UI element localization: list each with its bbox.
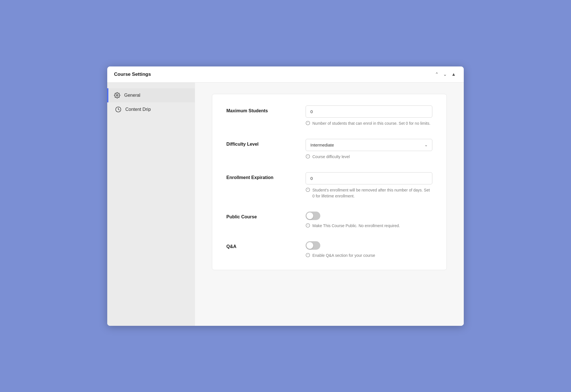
settings-section: Maximum Students Number of students that…	[212, 94, 447, 270]
svg-point-0	[116, 94, 118, 96]
info-icon-max-students	[306, 121, 310, 125]
sidebar-item-content-drip[interactable]: Content Drip	[107, 102, 195, 117]
toggle-thumb-public	[306, 212, 313, 219]
difficulty-select-wrapper: Beginner Intermediate Advanced Expert ⌄	[306, 139, 432, 151]
difficulty-level-row: Difficulty Level Beginner Intermediate A…	[226, 139, 432, 160]
difficulty-level-help: Course difficulty level	[306, 154, 432, 160]
public-course-label: Public Course	[226, 212, 306, 219]
toggle-thumb-qna	[306, 242, 313, 249]
window-title: Course Settings	[114, 72, 151, 77]
qna-help: Enable Q&A section for your course	[306, 253, 432, 259]
maximum-students-field: Number of students that can enrol in thi…	[306, 105, 432, 126]
info-icon-enrollment	[306, 188, 310, 192]
public-course-toggle-wrapper	[306, 212, 432, 220]
info-icon-qna	[306, 253, 310, 257]
difficulty-level-select[interactable]: Beginner Intermediate Advanced Expert	[306, 139, 432, 151]
sidebar-item-general[interactable]: General	[107, 88, 195, 102]
qna-toggle-wrapper	[306, 241, 432, 250]
public-course-row: Public Course	[226, 212, 432, 229]
info-icon-public-course	[306, 223, 310, 228]
window-header: Course Settings ⌃ ⌄ ▲	[107, 66, 464, 83]
qna-label: Q&A	[226, 241, 306, 249]
scroll-down-button[interactable]: ⌄	[442, 72, 448, 77]
course-settings-window: Course Settings ⌃ ⌄ ▲ General Cont	[107, 66, 464, 326]
clock-icon	[115, 106, 121, 113]
qna-row: Q&A	[226, 241, 432, 259]
enrollment-expiration-input[interactable]	[306, 172, 432, 184]
maximum-students-help: Number of students that can enrol in thi…	[306, 120, 432, 126]
qna-toggle[interactable]	[306, 241, 320, 250]
main-content: Maximum Students Number of students that…	[195, 83, 464, 326]
collapse-button[interactable]: ▲	[450, 72, 457, 77]
qna-field: Enable Q&A section for your course	[306, 241, 432, 259]
public-course-field: Make This Course Public. No enrollment r…	[306, 212, 432, 229]
info-icon-difficulty	[306, 154, 310, 159]
sidebar-general-label: General	[124, 93, 140, 98]
enrollment-expiration-help: Student's enrollment will be removed aft…	[306, 187, 432, 199]
enrollment-expiration-row: Enrollment Expiration Student's enrollme…	[226, 172, 432, 199]
enrollment-expiration-label: Enrollment Expiration	[226, 172, 306, 180]
gear-icon	[114, 92, 120, 98]
scroll-up-button[interactable]: ⌃	[434, 72, 440, 77]
public-course-toggle[interactable]	[306, 212, 320, 220]
maximum-students-row: Maximum Students Number of students that…	[226, 105, 432, 126]
window-body: General Content Drip Maximum Students	[107, 83, 464, 326]
window-controls: ⌃ ⌄ ▲	[434, 72, 457, 77]
difficulty-level-field: Beginner Intermediate Advanced Expert ⌄	[306, 139, 432, 160]
difficulty-level-label: Difficulty Level	[226, 139, 306, 147]
maximum-students-label: Maximum Students	[226, 105, 306, 113]
maximum-students-input[interactable]	[306, 105, 432, 118]
sidebar-content-drip-label: Content Drip	[125, 107, 151, 112]
sidebar: General Content Drip	[107, 83, 195, 326]
enrollment-expiration-field: Student's enrollment will be removed aft…	[306, 172, 432, 199]
public-course-help: Make This Course Public. No enrollment r…	[306, 223, 432, 229]
